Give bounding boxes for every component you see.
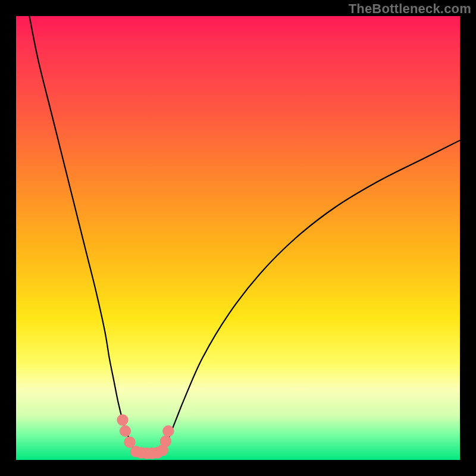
marker-dot (120, 425, 131, 437)
curve-left-branch (29, 16, 136, 451)
curve-right-branch (162, 140, 460, 451)
chart-frame: TheBottleneck.com (0, 0, 476, 476)
marker-dot (160, 436, 171, 447)
marker-dot (117, 414, 128, 425)
curve-layer (16, 16, 460, 460)
marker-dot (162, 425, 174, 437)
watermark-text: TheBottleneck.com (349, 1, 471, 17)
